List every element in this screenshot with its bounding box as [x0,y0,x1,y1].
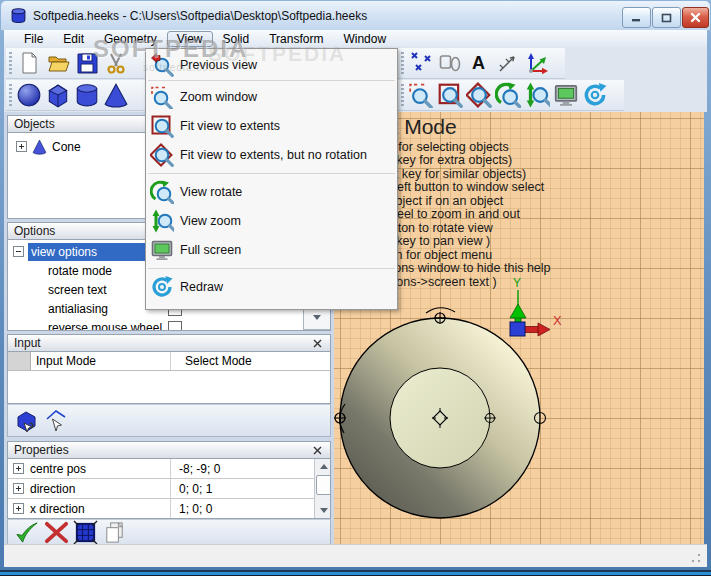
save-button[interactable] [72,49,101,78]
zoom-window-button[interactable] [406,81,435,110]
menu-edit-label: Edit [63,32,84,46]
resize-grip[interactable] [691,553,701,563]
z-axis-cube [510,322,525,336]
menu-item-previous-view[interactable]: Previous view [146,50,397,79]
input-panel-header[interactable]: Input [7,334,331,352]
menu-solid[interactable]: Solid [213,31,260,47]
open-folder-icon [46,51,70,75]
menu-file-label: File [24,32,43,46]
select-mode-button[interactable] [42,406,71,435]
fit-extents-button[interactable] [435,81,464,110]
menu-item-full-screen[interactable]: Full screen [146,235,397,264]
save-icon [75,51,99,75]
picked-object-button[interactable] [71,518,100,547]
toolbar-grip[interactable] [9,52,12,75]
scroll-thumb[interactable] [316,475,331,495]
plus-glyph [15,465,22,472]
expand-plus-icon[interactable] [16,141,27,152]
fit-extents-no-rotation-button[interactable] [464,81,493,110]
scroll-up-button[interactable] [315,459,331,474]
properties-panel-title: Properties [14,443,69,457]
coordinate-system-button[interactable] [522,49,551,78]
option-label: reverse mouse wheel [48,321,330,332]
menu-item-zoom-window[interactable]: Zoom window [146,82,397,111]
property-name: centre pos [24,462,165,476]
row-header-cell [8,352,31,370]
menu-item-fit-extents-no-rotation[interactable]: Fit view to extents, but no rotation [146,140,397,169]
x-icon [44,520,69,545]
menu-separator [148,268,395,269]
menu-item-label: Fit view to extents [180,119,280,133]
menu-item-view-zoom[interactable]: View zoom [146,206,397,235]
cut-scissors-icon [104,51,128,75]
maximize-button[interactable] [652,7,681,28]
apply-button[interactable] [13,518,42,547]
cone-button[interactable] [101,81,130,110]
menu-item-label: Redraw [180,280,223,294]
expand-plus-icon[interactable] [13,483,24,494]
property-row-x-direction[interactable]: x direction 1; 0; 0 [8,499,330,518]
full-screen-button[interactable] [551,81,580,110]
menu-item-view-rotate[interactable]: View rotate [146,177,397,206]
cylinder-button[interactable] [72,81,101,110]
minimize-button[interactable] [622,7,651,28]
expand-plus-icon[interactable] [13,503,24,514]
view-zoom-button[interactable] [522,81,551,110]
menu-file[interactable]: File [14,31,53,47]
cube-button[interactable] [43,81,72,110]
text-button[interactable]: A [464,49,493,78]
property-row-direction[interactable]: direction 0; 0; 1 [8,479,330,498]
menu-geometry[interactable]: Geometry [94,31,167,47]
properties-panel-header[interactable]: Properties [7,441,331,459]
title-bar[interactable]: Softpedia.heeks - C:\Users\Softpedia\Des… [1,1,710,31]
menu-item-fit-extents[interactable]: Fit view to extents [146,111,397,140]
redraw-button[interactable] [580,81,609,110]
menu-item-label: View zoom [180,214,241,228]
menu-item-redraw[interactable]: Redraw [146,272,397,301]
input-panel-close-button[interactable] [310,336,324,350]
sketch-button[interactable] [435,49,464,78]
option-row-reverse-mouse-wheel[interactable]: reverse mouse wheel [8,318,330,331]
properties-table[interactable]: centre pos -8; -9; 0 direction 0; 0; 1 x… [7,459,331,519]
properties-scrollbar[interactable] [314,459,331,519]
reverse-mouse-wheel-checkbox[interactable] [168,321,182,332]
new-button[interactable] [14,49,43,78]
plus-glyph [15,505,22,512]
properties-panel-close-button[interactable] [310,443,324,457]
pick-solids-icon [15,408,41,434]
menu-view[interactable]: View [167,31,213,47]
property-row-centre-pos[interactable]: centre pos -8; -9; 0 [8,459,330,478]
menu-item-label: Fit view to extents, but no rotation [180,148,367,162]
view-rotate-icon [495,82,521,108]
cut-button[interactable] [101,49,130,78]
open-button[interactable] [43,49,72,78]
cone-top-circle[interactable] [390,368,490,468]
input-table[interactable]: Input Mode Select Mode [7,352,331,404]
menu-transform[interactable]: Transform [259,31,333,47]
view-rotate-button[interactable] [493,81,522,110]
sphere-button[interactable] [14,81,43,110]
chevron-down-icon [313,315,321,320]
collapse-minus-icon[interactable] [13,246,24,257]
dimension-button[interactable] [493,49,522,78]
cone-icon [103,82,129,108]
points-button[interactable] [406,49,435,78]
file-toolbar [6,48,148,79]
input-mode-row[interactable]: Input Mode Select Mode [8,352,330,371]
toolbar-grip[interactable] [9,84,12,107]
copy-button[interactable] [100,518,129,547]
minimize-icon [631,13,642,22]
pick-solids-button[interactable] [13,406,42,435]
menu-edit[interactable]: Edit [53,31,94,47]
menu-window[interactable]: Window [333,31,396,47]
input-toolbar [7,404,331,437]
toolbar-grip[interactable] [401,52,404,75]
close-button[interactable] [682,7,709,28]
toolbar-grip[interactable] [401,84,404,107]
sketch-icon [438,51,462,75]
expand-plus-icon[interactable] [13,463,24,474]
cancel-button[interactable] [42,518,71,547]
properties-toolbar [7,519,331,546]
scroll-down-button[interactable] [315,503,331,518]
plus-glyph [18,143,25,150]
